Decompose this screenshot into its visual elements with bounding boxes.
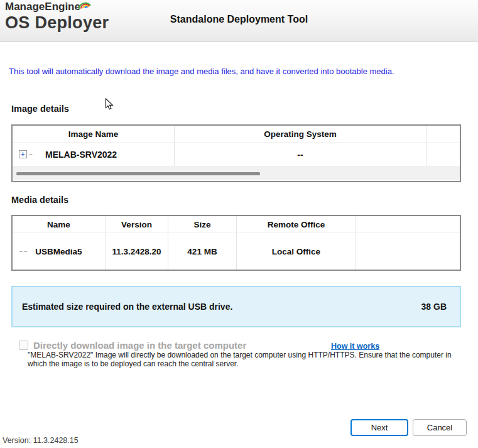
- media-details-table: Name Version Size Remote Office USBMedia…: [11, 215, 461, 271]
- media-details-heading: Media details: [11, 195, 68, 205]
- estimate-banner: Estimated size required on the external …: [11, 286, 461, 327]
- image-details-heading: Image details: [11, 104, 69, 114]
- image-name-cell: + MELAB-SRV2022: [13, 143, 175, 167]
- next-button[interactable]: Next: [350, 419, 408, 436]
- media-size-cell: 421 MB: [168, 233, 237, 270]
- how-it-works-link[interactable]: How it works: [331, 342, 379, 351]
- tree-node-icon: [19, 251, 27, 252]
- cancel-button[interactable]: Cancel: [413, 419, 467, 436]
- column-header-empty: [426, 126, 460, 143]
- media-version-cell: 11.3.2428.20: [106, 233, 168, 270]
- column-header-version: Version: [106, 216, 168, 233]
- standalone-deployment-tool-window: ManageEngine OS Deployer Standalone Depl…: [0, 0, 478, 448]
- image-table-header-row: Image Name Operating System: [13, 126, 460, 143]
- estimate-value: 38 GB: [421, 302, 447, 312]
- manageengine-swoosh-icon: [78, 0, 92, 14]
- direct-download-label: Directly download image in the target co…: [33, 340, 246, 351]
- image-name-text: MELAB-SRV2022: [45, 150, 117, 160]
- media-remote-office-cell: Local Office: [237, 233, 356, 270]
- column-header-size: Size: [168, 216, 237, 233]
- media-name-cell: USBMedia5: [13, 233, 106, 270]
- empty-cell: [426, 143, 460, 167]
- column-header-name: Name: [13, 216, 106, 233]
- tree-connector-line: [28, 154, 33, 155]
- page-title: Standalone Deployment Tool: [0, 14, 478, 25]
- media-name-text: USBMedia5: [35, 247, 82, 256]
- horizontal-scrollbar[interactable]: [13, 167, 460, 180]
- header-bar: ManageEngine OS Deployer Standalone Depl…: [0, 0, 478, 42]
- estimate-label: Estimated size required on the external …: [22, 302, 232, 312]
- column-header-remote-office: Remote Office: [237, 216, 356, 233]
- expand-icon[interactable]: +: [19, 150, 27, 158]
- intro-text: This tool will automatically download th…: [9, 67, 394, 76]
- image-details-table: Image Name Operating System + MELAB-SRV2…: [11, 124, 461, 182]
- direct-download-checkbox[interactable]: [19, 341, 28, 350]
- column-header-image-name: Image Name: [13, 126, 175, 143]
- column-header-operating-system: Operating System: [175, 126, 426, 143]
- image-table-row[interactable]: + MELAB-SRV2022 --: [13, 143, 460, 167]
- column-header-empty: [356, 216, 460, 233]
- media-table-row[interactable]: USBMedia5 11.3.2428.20 421 MB Local Offi…: [13, 233, 460, 270]
- direct-download-description: "MELAB-SRV2022" Image will directly be d…: [28, 351, 471, 368]
- direct-download-option: Directly download image in the target co…: [19, 340, 246, 351]
- brand-name-text: ManageEngine: [5, 1, 80, 12]
- empty-cell: [356, 233, 460, 270]
- version-text: Version: 11.3.2428.15: [3, 436, 79, 445]
- horizontal-scrollbar-thumb[interactable]: [16, 172, 260, 175]
- media-table-header-row: Name Version Size Remote Office: [13, 216, 460, 233]
- mouse-cursor-icon: [105, 98, 114, 113]
- operating-system-cell: --: [175, 143, 426, 167]
